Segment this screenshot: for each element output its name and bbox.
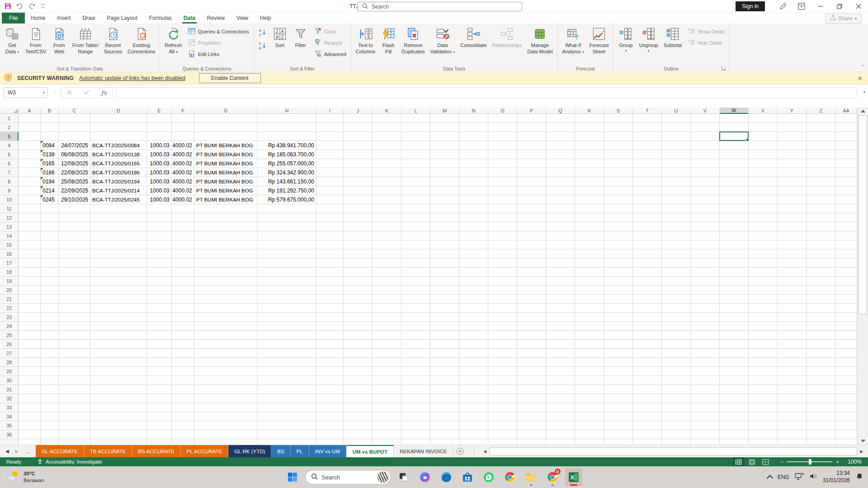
grid-cell[interactable]	[517, 114, 546, 123]
grid-cell[interactable]	[373, 367, 401, 376]
grid-cell[interactable]	[258, 204, 316, 213]
scroll-left-icon[interactable]: ◀	[481, 447, 489, 456]
grid-cell[interactable]	[633, 286, 662, 295]
grid-cell[interactable]	[401, 168, 430, 177]
grid-cell[interactable]	[749, 123, 778, 132]
grid-cell[interactable]	[778, 186, 807, 195]
grid-cell[interactable]	[316, 141, 344, 150]
grid-cell[interactable]	[401, 150, 430, 159]
grid-cell[interactable]	[517, 367, 546, 376]
grid-cell[interactable]	[194, 430, 258, 439]
page-layout-view-button[interactable]	[746, 457, 758, 466]
grid-cell[interactable]	[749, 331, 778, 340]
ribbon-button-remove-duplicates[interactable]: RemoveDuplicates	[399, 25, 427, 64]
grid-cell[interactable]	[720, 403, 749, 412]
grid-cell[interactable]	[194, 231, 258, 240]
grid-cell[interactable]	[691, 150, 720, 159]
grid-cell[interactable]	[373, 132, 401, 141]
grid-cell[interactable]	[575, 195, 604, 204]
grid-cell[interactable]	[344, 132, 373, 141]
grid-cell[interactable]	[720, 150, 749, 159]
grid-cell[interactable]	[517, 322, 546, 331]
grid-cell[interactable]	[835, 168, 857, 177]
grid-cell[interactable]	[430, 367, 459, 376]
grid-cell[interactable]	[258, 132, 316, 141]
grid-cell[interactable]	[172, 331, 194, 340]
grid-cell[interactable]	[41, 267, 59, 277]
insert-function-icon[interactable]: ƒx	[101, 89, 107, 96]
grid-cell[interactable]	[835, 204, 857, 213]
grid-cell[interactable]	[373, 168, 401, 177]
scroll-down-icon[interactable]	[858, 437, 868, 445]
grid-cell[interactable]	[258, 231, 316, 240]
grid-cell[interactable]	[575, 421, 604, 430]
grid-cell[interactable]	[807, 186, 835, 195]
grid-cell[interactable]	[459, 376, 488, 385]
grid-cell[interactable]	[19, 240, 41, 249]
grid-cell[interactable]	[344, 412, 373, 421]
ribbon-button-from-web[interactable]: FromWeb	[49, 25, 70, 64]
grid-cell[interactable]	[604, 403, 633, 412]
grid-cell[interactable]	[807, 222, 835, 231]
grid-cell[interactable]	[604, 231, 633, 240]
column-header-M[interactable]: M	[430, 108, 459, 114]
grid-cell[interactable]: 1000.03	[147, 141, 172, 150]
row-header-25[interactable]: 25	[0, 331, 19, 340]
ink-pen-icon[interactable]	[773, 0, 792, 13]
column-header-B[interactable]: B	[41, 108, 59, 114]
grid-cell[interactable]	[59, 231, 90, 240]
grid-cell[interactable]	[459, 141, 488, 150]
grid-cell[interactable]	[172, 213, 194, 222]
row-header-17[interactable]: 17	[0, 258, 19, 267]
grid-cell[interactable]	[373, 322, 401, 331]
grid-cell[interactable]	[459, 195, 488, 204]
excel-icon[interactable]: X	[565, 468, 582, 486]
grid-cell[interactable]	[662, 168, 691, 177]
grid-cell[interactable]	[172, 222, 194, 231]
grid-cell[interactable]	[517, 150, 546, 159]
grid-cell[interactable]: PT BUMI BERKAH BOG	[194, 168, 258, 177]
grid-cell[interactable]: Rp 255.057.000,00	[258, 159, 316, 168]
grid-cell[interactable]	[575, 376, 604, 385]
column-header-AA[interactable]: AA	[835, 108, 857, 114]
grid-cell[interactable]	[749, 195, 778, 204]
grid-cell[interactable]	[430, 349, 459, 358]
grid-cell[interactable]	[459, 295, 488, 304]
name-box[interactable]: W3 ▾	[4, 87, 48, 98]
grid-cell[interactable]	[316, 277, 344, 286]
grid-cell[interactable]	[575, 159, 604, 168]
grid-cell[interactable]: 25/08/2025	[59, 177, 90, 186]
grid-cell[interactable]	[546, 331, 575, 340]
grid-cell[interactable]	[41, 421, 59, 430]
grid-cell[interactable]: BCA-TTJ/2025/0194	[90, 177, 147, 186]
row-header-2[interactable]: 2	[0, 123, 19, 132]
grid-cell[interactable]	[430, 150, 459, 159]
grid-cell[interactable]	[835, 367, 857, 376]
grid-cell[interactable]	[19, 177, 41, 186]
zoom-in-icon[interactable]: +	[836, 459, 839, 465]
grid-cell[interactable]	[19, 150, 41, 159]
grid-cell[interactable]	[258, 286, 316, 295]
grid-cell[interactable]	[373, 430, 401, 439]
grid-cell[interactable]	[720, 286, 749, 295]
grid-cell[interactable]	[19, 403, 41, 412]
grid-cell[interactable]	[401, 277, 430, 286]
grid-cell[interactable]	[488, 132, 517, 141]
grid-cell[interactable]	[517, 286, 546, 295]
grid-cell[interactable]: BCA-TTJ/2025/0214	[90, 186, 147, 195]
grid-cell[interactable]	[662, 295, 691, 304]
grid-cell[interactable]	[194, 403, 258, 412]
grid-cell[interactable]	[662, 286, 691, 295]
grid-cell[interactable]: BCA-TTJ/2025/0245	[90, 195, 147, 204]
grid-cell[interactable]	[517, 249, 546, 258]
grid-cell[interactable]	[488, 340, 517, 349]
grid-cell[interactable]	[749, 295, 778, 304]
grid-cell[interactable]	[147, 340, 172, 349]
grid-cell[interactable]	[258, 114, 316, 123]
grid-cell[interactable]	[691, 367, 720, 376]
minimize-button[interactable]	[811, 0, 830, 13]
grid-cell[interactable]	[258, 349, 316, 358]
grid-cell[interactable]	[691, 385, 720, 394]
grid-cell[interactable]	[720, 313, 749, 322]
grid-cell[interactable]	[662, 376, 691, 385]
